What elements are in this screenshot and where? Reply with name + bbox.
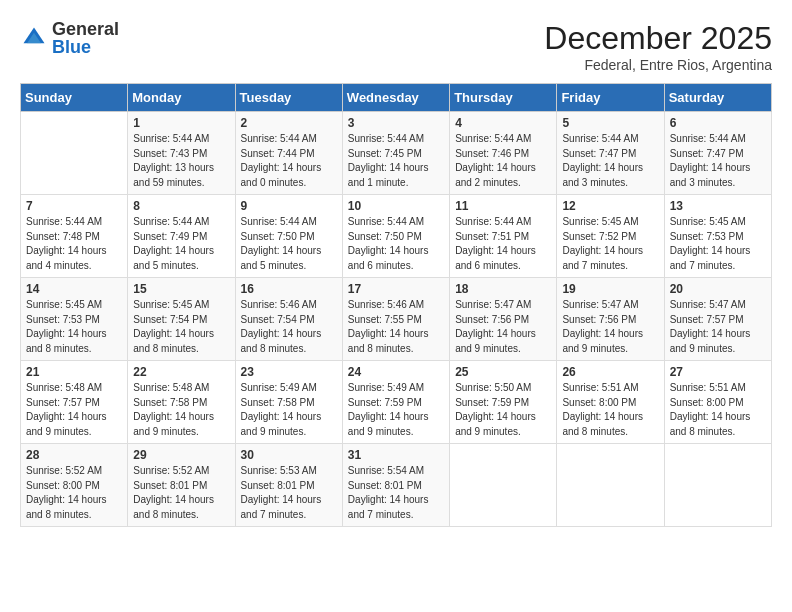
calendar-table: SundayMondayTuesdayWednesdayThursdayFrid…: [20, 83, 772, 527]
calendar-cell: 12Sunrise: 5:45 AM Sunset: 7:52 PM Dayli…: [557, 195, 664, 278]
calendar-cell: 3Sunrise: 5:44 AM Sunset: 7:45 PM Daylig…: [342, 112, 449, 195]
cell-info: Sunrise: 5:46 AM Sunset: 7:54 PM Dayligh…: [241, 298, 337, 356]
calendar-cell: 2Sunrise: 5:44 AM Sunset: 7:44 PM Daylig…: [235, 112, 342, 195]
column-header-saturday: Saturday: [664, 84, 771, 112]
calendar-week-row: 21Sunrise: 5:48 AM Sunset: 7:57 PM Dayli…: [21, 361, 772, 444]
cell-info: Sunrise: 5:47 AM Sunset: 7:57 PM Dayligh…: [670, 298, 766, 356]
day-number: 4: [455, 116, 551, 130]
day-number: 21: [26, 365, 122, 379]
cell-info: Sunrise: 5:45 AM Sunset: 7:54 PM Dayligh…: [133, 298, 229, 356]
calendar-cell: [557, 444, 664, 527]
calendar-cell: [664, 444, 771, 527]
calendar-cell: 11Sunrise: 5:44 AM Sunset: 7:51 PM Dayli…: [450, 195, 557, 278]
day-number: 24: [348, 365, 444, 379]
cell-info: Sunrise: 5:44 AM Sunset: 7:50 PM Dayligh…: [241, 215, 337, 273]
calendar-cell: 29Sunrise: 5:52 AM Sunset: 8:01 PM Dayli…: [128, 444, 235, 527]
calendar-cell: 25Sunrise: 5:50 AM Sunset: 7:59 PM Dayli…: [450, 361, 557, 444]
day-number: 6: [670, 116, 766, 130]
cell-info: Sunrise: 5:53 AM Sunset: 8:01 PM Dayligh…: [241, 464, 337, 522]
day-number: 2: [241, 116, 337, 130]
page-header: General Blue December 2025 Federal, Entr…: [20, 20, 772, 73]
calendar-cell: [450, 444, 557, 527]
calendar-cell: 6Sunrise: 5:44 AM Sunset: 7:47 PM Daylig…: [664, 112, 771, 195]
day-number: 14: [26, 282, 122, 296]
cell-info: Sunrise: 5:44 AM Sunset: 7:43 PM Dayligh…: [133, 132, 229, 190]
calendar-cell: 23Sunrise: 5:49 AM Sunset: 7:58 PM Dayli…: [235, 361, 342, 444]
calendar-week-row: 7Sunrise: 5:44 AM Sunset: 7:48 PM Daylig…: [21, 195, 772, 278]
cell-info: Sunrise: 5:44 AM Sunset: 7:47 PM Dayligh…: [670, 132, 766, 190]
cell-info: Sunrise: 5:44 AM Sunset: 7:49 PM Dayligh…: [133, 215, 229, 273]
calendar-cell: 19Sunrise: 5:47 AM Sunset: 7:56 PM Dayli…: [557, 278, 664, 361]
calendar-cell: 30Sunrise: 5:53 AM Sunset: 8:01 PM Dayli…: [235, 444, 342, 527]
day-number: 13: [670, 199, 766, 213]
cell-info: Sunrise: 5:49 AM Sunset: 7:59 PM Dayligh…: [348, 381, 444, 439]
calendar-cell: 7Sunrise: 5:44 AM Sunset: 7:48 PM Daylig…: [21, 195, 128, 278]
day-number: 23: [241, 365, 337, 379]
column-header-friday: Friday: [557, 84, 664, 112]
day-number: 3: [348, 116, 444, 130]
title-block: December 2025 Federal, Entre Rios, Argen…: [544, 20, 772, 73]
logo: General Blue: [20, 20, 119, 56]
calendar-cell: 20Sunrise: 5:47 AM Sunset: 7:57 PM Dayli…: [664, 278, 771, 361]
calendar-cell: 18Sunrise: 5:47 AM Sunset: 7:56 PM Dayli…: [450, 278, 557, 361]
day-number: 30: [241, 448, 337, 462]
cell-info: Sunrise: 5:48 AM Sunset: 7:57 PM Dayligh…: [26, 381, 122, 439]
cell-info: Sunrise: 5:50 AM Sunset: 7:59 PM Dayligh…: [455, 381, 551, 439]
column-header-wednesday: Wednesday: [342, 84, 449, 112]
cell-info: Sunrise: 5:48 AM Sunset: 7:58 PM Dayligh…: [133, 381, 229, 439]
calendar-cell: 17Sunrise: 5:46 AM Sunset: 7:55 PM Dayli…: [342, 278, 449, 361]
cell-info: Sunrise: 5:44 AM Sunset: 7:48 PM Dayligh…: [26, 215, 122, 273]
cell-info: Sunrise: 5:45 AM Sunset: 7:53 PM Dayligh…: [670, 215, 766, 273]
calendar-cell: 8Sunrise: 5:44 AM Sunset: 7:49 PM Daylig…: [128, 195, 235, 278]
calendar-cell: 27Sunrise: 5:51 AM Sunset: 8:00 PM Dayli…: [664, 361, 771, 444]
cell-info: Sunrise: 5:49 AM Sunset: 7:58 PM Dayligh…: [241, 381, 337, 439]
calendar-week-row: 14Sunrise: 5:45 AM Sunset: 7:53 PM Dayli…: [21, 278, 772, 361]
cell-info: Sunrise: 5:44 AM Sunset: 7:45 PM Dayligh…: [348, 132, 444, 190]
cell-info: Sunrise: 5:46 AM Sunset: 7:55 PM Dayligh…: [348, 298, 444, 356]
column-header-tuesday: Tuesday: [235, 84, 342, 112]
day-number: 5: [562, 116, 658, 130]
day-number: 31: [348, 448, 444, 462]
day-number: 11: [455, 199, 551, 213]
logo-general: General: [52, 20, 119, 38]
day-number: 22: [133, 365, 229, 379]
cell-info: Sunrise: 5:44 AM Sunset: 7:44 PM Dayligh…: [241, 132, 337, 190]
calendar-week-row: 28Sunrise: 5:52 AM Sunset: 8:00 PM Dayli…: [21, 444, 772, 527]
column-header-sunday: Sunday: [21, 84, 128, 112]
calendar-cell: 26Sunrise: 5:51 AM Sunset: 8:00 PM Dayli…: [557, 361, 664, 444]
logo-blue: Blue: [52, 38, 119, 56]
cell-info: Sunrise: 5:45 AM Sunset: 7:52 PM Dayligh…: [562, 215, 658, 273]
column-header-monday: Monday: [128, 84, 235, 112]
cell-info: Sunrise: 5:54 AM Sunset: 8:01 PM Dayligh…: [348, 464, 444, 522]
day-number: 25: [455, 365, 551, 379]
calendar-cell: 9Sunrise: 5:44 AM Sunset: 7:50 PM Daylig…: [235, 195, 342, 278]
day-number: 28: [26, 448, 122, 462]
cell-info: Sunrise: 5:51 AM Sunset: 8:00 PM Dayligh…: [670, 381, 766, 439]
day-number: 9: [241, 199, 337, 213]
calendar-cell: 1Sunrise: 5:44 AM Sunset: 7:43 PM Daylig…: [128, 112, 235, 195]
day-number: 29: [133, 448, 229, 462]
cell-info: Sunrise: 5:51 AM Sunset: 8:00 PM Dayligh…: [562, 381, 658, 439]
calendar-cell: 16Sunrise: 5:46 AM Sunset: 7:54 PM Dayli…: [235, 278, 342, 361]
month-title: December 2025: [544, 20, 772, 57]
day-number: 12: [562, 199, 658, 213]
day-number: 7: [26, 199, 122, 213]
cell-info: Sunrise: 5:52 AM Sunset: 8:00 PM Dayligh…: [26, 464, 122, 522]
calendar-cell: 21Sunrise: 5:48 AM Sunset: 7:57 PM Dayli…: [21, 361, 128, 444]
day-number: 18: [455, 282, 551, 296]
cell-info: Sunrise: 5:44 AM Sunset: 7:46 PM Dayligh…: [455, 132, 551, 190]
calendar-cell: 28Sunrise: 5:52 AM Sunset: 8:00 PM Dayli…: [21, 444, 128, 527]
calendar-cell: 4Sunrise: 5:44 AM Sunset: 7:46 PM Daylig…: [450, 112, 557, 195]
calendar-cell: 22Sunrise: 5:48 AM Sunset: 7:58 PM Dayli…: [128, 361, 235, 444]
calendar-cell: 10Sunrise: 5:44 AM Sunset: 7:50 PM Dayli…: [342, 195, 449, 278]
day-number: 17: [348, 282, 444, 296]
calendar-cell: 14Sunrise: 5:45 AM Sunset: 7:53 PM Dayli…: [21, 278, 128, 361]
cell-info: Sunrise: 5:44 AM Sunset: 7:50 PM Dayligh…: [348, 215, 444, 273]
logo-icon: [20, 24, 48, 52]
cell-info: Sunrise: 5:47 AM Sunset: 7:56 PM Dayligh…: [562, 298, 658, 356]
day-number: 1: [133, 116, 229, 130]
cell-info: Sunrise: 5:45 AM Sunset: 7:53 PM Dayligh…: [26, 298, 122, 356]
location-subtitle: Federal, Entre Rios, Argentina: [544, 57, 772, 73]
cell-info: Sunrise: 5:44 AM Sunset: 7:51 PM Dayligh…: [455, 215, 551, 273]
calendar-week-row: 1Sunrise: 5:44 AM Sunset: 7:43 PM Daylig…: [21, 112, 772, 195]
